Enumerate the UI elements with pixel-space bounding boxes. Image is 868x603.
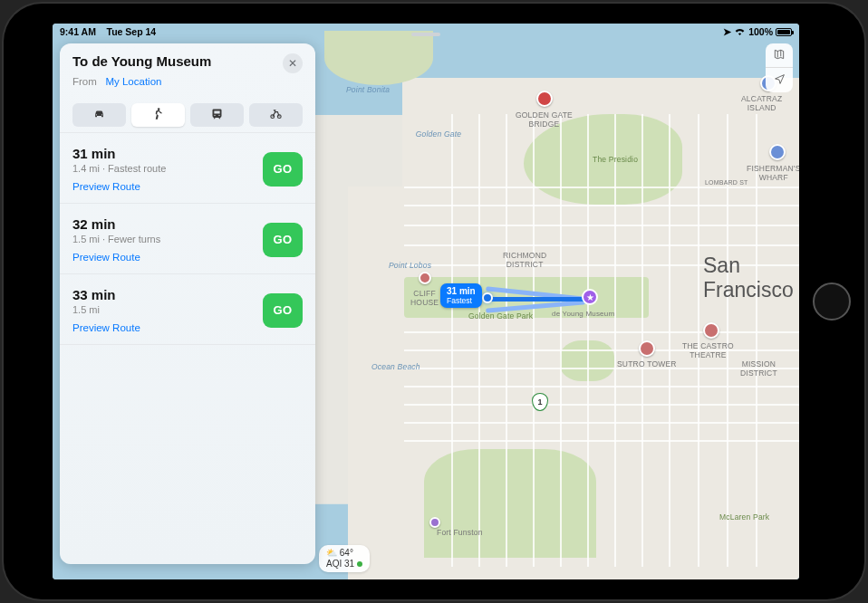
poi-castro[interactable] — [703, 322, 719, 339]
route-option[interactable]: 33 min 1.5 mi Preview Route GO — [60, 274, 315, 345]
route-list: 31 min 1.4 mi · Fastest route Preview Ro… — [60, 132, 315, 345]
label-fishermans: FISHERMAN'S WHARF — [747, 164, 799, 182]
car-icon — [92, 107, 106, 124]
label-point-lobos: Point Lobos — [389, 261, 431, 270]
label-dest: de Young Museum — [552, 310, 614, 318]
from-label: From — [72, 76, 97, 87]
route-time: 31 min — [72, 146, 166, 161]
status-bar: 9:41 AM Tue Sep 14 ➤ 100% — [53, 24, 799, 40]
transport-mode-selector — [72, 103, 303, 127]
label-funston: Fort Funston — [437, 528, 483, 537]
weather-aqi: AQI 31 — [326, 559, 354, 569]
route-callout[interactable]: 31 min Fastest — [440, 283, 482, 308]
go-button[interactable]: GO — [263, 152, 303, 187]
poi-fishermans[interactable] — [769, 144, 786, 160]
weather-pill[interactable]: ⛅ 64° AQI 31 — [319, 545, 370, 572]
sun-icon: ⛅ — [326, 548, 337, 558]
destination-title: To de Young Museum — [72, 53, 211, 69]
go-button[interactable]: GO — [263, 223, 303, 257]
label-ggb: GOLDEN GATE BRIDGE — [516, 110, 573, 129]
route-meta: 1.4 mi · Fastest route — [72, 163, 166, 174]
label-mission: MISSION DISTRICT — [740, 359, 777, 378]
label-castro: THE CASTRO THEATRE — [682, 341, 734, 359]
city-label: San Francisco — [703, 254, 799, 302]
route-time: 33 min — [72, 287, 140, 302]
callout-sub: Fastest — [447, 297, 476, 306]
status-time: 9:41 AM — [60, 26, 96, 37]
walk-icon — [151, 107, 165, 124]
label-lombard: LOMBARD ST — [705, 179, 748, 186]
label-mclaren: McLaren Park — [719, 512, 769, 522]
preview-route-link[interactable]: Preview Route — [72, 252, 160, 263]
mode-transit[interactable] — [190, 103, 244, 127]
mode-car[interactable] — [72, 103, 126, 127]
location-icon: ➤ — [723, 26, 731, 37]
bike-icon — [269, 107, 283, 124]
map-mode-button[interactable] — [766, 43, 793, 68]
route-meta: 1.5 mi · Fewer turns — [72, 234, 160, 244]
callout-time: 31 min — [447, 286, 476, 296]
label-point-bonita: Point Bonita — [346, 85, 390, 94]
status-date: Tue Sep 14 — [107, 26, 157, 37]
label-richmond: RICHMOND DISTRICT — [503, 251, 546, 269]
label-presidio: The Presidio — [593, 155, 638, 164]
route-option[interactable]: 32 min 1.5 mi · Fewer turns Preview Rout… — [60, 204, 315, 274]
route-option[interactable]: 31 min 1.4 mi · Fastest route Preview Ro… — [60, 133, 315, 204]
aqi-indicator-icon — [357, 561, 362, 567]
poi-golden-gate-bridge[interactable] — [536, 91, 553, 107]
preview-route-link[interactable]: Preview Route — [72, 322, 140, 333]
wifi-icon — [734, 26, 746, 37]
poi-cliff[interactable] — [419, 272, 431, 284]
label-cliff: CLIFF HOUSE — [410, 289, 439, 307]
directions-panel: To de Young Museum ✕ From My Location — [60, 43, 315, 564]
locate-button[interactable] — [766, 68, 793, 92]
route-time: 32 min — [72, 216, 160, 232]
label-golden-gate: Golden Gate — [411, 129, 466, 139]
battery-icon — [776, 28, 792, 36]
from-location-link[interactable]: My Location — [105, 76, 161, 87]
label-ocean-beach: Ocean Beach — [371, 362, 420, 371]
label-ggp: Golden Gate Park — [468, 311, 533, 321]
battery-pct: 100% — [748, 26, 773, 37]
map-icon — [773, 48, 786, 63]
close-icon: ✕ — [288, 57, 297, 70]
weather-temp: 64° — [340, 548, 353, 558]
label-alcatraz: ALCATRAZ ISLAND — [741, 94, 782, 112]
transit-icon — [210, 107, 224, 124]
go-button[interactable]: GO — [263, 293, 303, 328]
route-destination-marker[interactable]: ★ — [582, 289, 598, 305]
poi-funston[interactable] — [429, 517, 440, 528]
preview-route-link[interactable]: Preview Route — [72, 181, 166, 192]
mode-walk[interactable] — [131, 103, 185, 127]
close-button[interactable]: ✕ — [283, 53, 303, 73]
location-arrow-icon — [774, 73, 786, 88]
route-meta: 1.5 mi — [72, 304, 140, 315]
label-sutro: SUTRO TOWER — [617, 359, 677, 368]
poi-sutro[interactable] — [639, 340, 655, 357]
home-button[interactable] — [813, 282, 851, 321]
mode-bike[interactable] — [249, 103, 303, 127]
